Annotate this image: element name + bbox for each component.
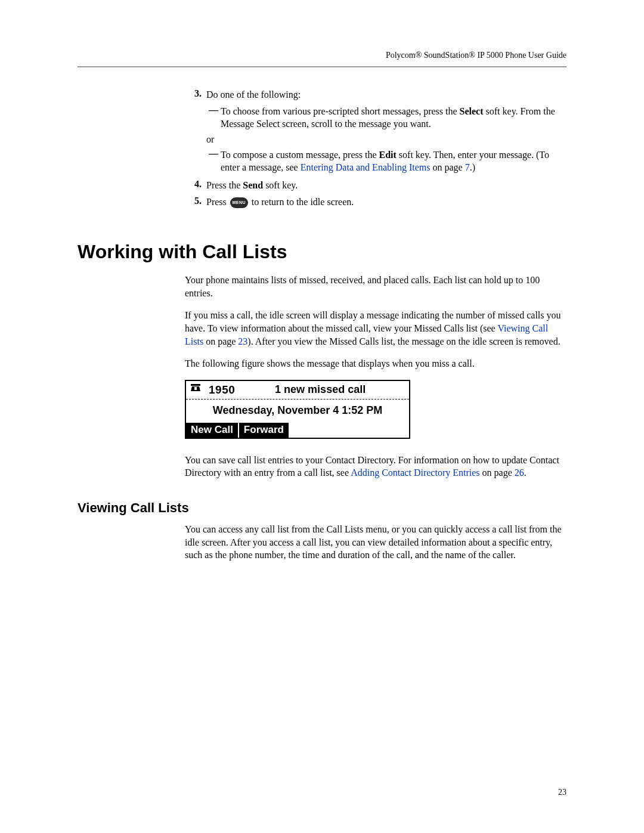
text: to return to the idle screen. (249, 197, 354, 207)
page-number: 23 (558, 788, 566, 797)
step-body: Do one of the following: (206, 88, 301, 101)
step-4: 4. Press the Send soft key. (185, 179, 566, 192)
softkey-new-call: New Call (186, 423, 239, 438)
dash-icon: — (206, 148, 221, 174)
step-number: 5. (185, 196, 206, 209)
phone-softkey-row: New Call Forward (186, 423, 409, 438)
text: ). After you view the Missed Calls list,… (247, 336, 560, 346)
paragraph: You can save call list entries to your C… (185, 454, 566, 479)
phone-datetime: Wednesday, November 4 1:52 PM (186, 400, 409, 423)
step-5: 5. Press MENU to return to the idle scre… (185, 196, 566, 209)
heading-working-with-call-lists: Working with Call Lists (78, 241, 566, 263)
step-3-option-1: — To choose from various pre-scripted sh… (206, 105, 566, 131)
step-3: 3. Do one of the following: (185, 88, 566, 101)
text: .) (470, 162, 475, 172)
step-body: Press the Send soft key. (206, 179, 298, 192)
step-number: 3. (185, 88, 206, 101)
paragraph: You can access any call list from the Ca… (185, 523, 566, 562)
link-page-26[interactable]: 26 (515, 467, 524, 478)
text: on page (480, 467, 515, 478)
menu-button-icon: MENU (230, 197, 248, 208)
paragraph: If you miss a call, the idle screen will… (185, 309, 566, 348)
option-text: To compose a custom message, press the E… (221, 148, 566, 174)
text: soft key. (263, 180, 298, 190)
text: Press (206, 197, 229, 207)
phone-icon (190, 383, 203, 397)
dash-icon: — (206, 105, 221, 131)
phone-screen-figure: 1950 1 new missed call Wednesday, Novemb… (185, 380, 410, 439)
header-rule (78, 66, 566, 67)
text: on page (203, 336, 238, 346)
softkey-forward: Forward (239, 423, 290, 438)
link-page-7[interactable]: 7 (465, 162, 470, 172)
step-body: Press MENU to return to the idle screen. (206, 196, 354, 209)
page-header: Polycom® SoundStation® IP 5000 Phone Use… (78, 51, 566, 60)
text: To choose from various pre-scripted shor… (221, 106, 460, 116)
text: To compose a custom message, press the (221, 150, 379, 160)
phone-extension: 1950 (209, 383, 235, 397)
select-softkey-label: Select (460, 106, 484, 116)
text: on page (430, 162, 465, 172)
phone-missed-call-text: 1 new missed call (235, 383, 405, 396)
heading-viewing-call-lists: Viewing Call Lists (78, 500, 566, 516)
send-softkey-label: Send (243, 180, 263, 190)
or-separator: or (206, 134, 566, 145)
svg-rect-0 (191, 384, 200, 386)
option-text: To choose from various pre-scripted shor… (221, 105, 566, 131)
step-number: 4. (185, 179, 206, 192)
link-entering-data[interactable]: Entering Data and Enabling Items (301, 162, 431, 172)
edit-softkey-label: Edit (379, 150, 396, 160)
link-page-23[interactable]: 23 (238, 336, 247, 346)
link-adding-contacts[interactable]: Adding Contact Directory Entries (351, 467, 479, 478)
paragraph: The following figure shows the message t… (185, 357, 566, 370)
svg-rect-1 (194, 387, 197, 390)
phone-status-bar: 1950 1 new missed call (186, 381, 409, 400)
text: Press the (206, 180, 243, 190)
paragraph: Your phone maintains lists of missed, re… (185, 274, 566, 299)
text: . (524, 467, 527, 478)
step-3-option-2: — To compose a custom message, press the… (206, 148, 566, 174)
